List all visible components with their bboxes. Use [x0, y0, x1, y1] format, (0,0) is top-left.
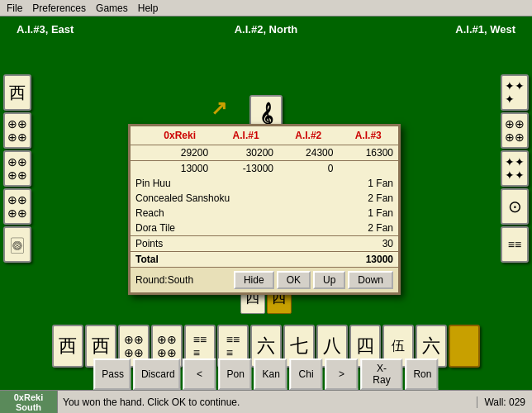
score-r2-c4 [338, 161, 398, 177]
right-tile-3: ✦✦✦✦ [501, 150, 529, 187]
score-table: 0xReki A.I.#1 A.I.#2 A.I.#3 29200 30200 … [131, 126, 398, 267]
menu-games[interactable]: Games [91, 1, 133, 16]
yaku-0-name: Pin Huu [131, 176, 338, 191]
yaku-2-name: Reach [131, 206, 338, 221]
player-east-label: A.I.#3, East [17, 23, 74, 36]
right-tile-1: ✦✦✦ [501, 74, 529, 111]
total-row: Total 13000 [131, 252, 398, 268]
total-label: Total [131, 252, 338, 268]
left-tile-1: 西 [3, 74, 31, 111]
score-r2-c3: 0 [278, 161, 338, 177]
points-value: 30 [338, 236, 398, 252]
score-r1-c2: 30200 [213, 145, 278, 161]
player-west-label: A.I.#1, West [455, 23, 515, 36]
ron-button[interactable]: Ron [405, 358, 438, 390]
status-message: You won the hand. Click OK to continue. [58, 396, 477, 408]
right-tile-4: ⊙ [501, 188, 529, 225]
player-status: 0xReki South [0, 391, 58, 414]
down-button[interactable]: Down [348, 271, 393, 289]
xray-button[interactable]: X-Ray [361, 358, 403, 390]
left-tile-5: 🀙 [3, 226, 31, 263]
col-header-1: 0xReki [146, 126, 213, 145]
score-row-1: 29200 30200 24300 16300 [131, 145, 398, 161]
yaku-3-fan: 2 Fan [338, 221, 398, 236]
yaku-row-2: Reach 1 Fan [131, 206, 398, 221]
points-label: Points [131, 236, 338, 252]
player-name: 0xReki [14, 392, 43, 402]
wall-count: Wall: 029 [477, 396, 532, 408]
left-tile-2: ⊕⊕⊕⊕ [3, 112, 31, 149]
col-header-3: A.I.#2 [278, 126, 338, 145]
status-bar: 0xReki South You won the hand. Click OK … [0, 390, 532, 413]
score-r2-c1: 13000 [146, 161, 213, 177]
score-r2-c2: -13000 [213, 161, 278, 177]
hide-button[interactable]: Hide [234, 271, 274, 289]
yaku-1-fan: 2 Fan [338, 191, 398, 206]
menu-file[interactable]: File [2, 1, 27, 16]
right-tile-5: ≡≡ [501, 226, 529, 263]
chi-button[interactable]: Chi [290, 358, 323, 390]
yaku-row-3: Dora Tile 2 Fan [131, 221, 398, 236]
round-row: Round:South Hide OK Up Down [131, 267, 398, 292]
points-row: Points 30 [131, 236, 398, 252]
game-area: A.I.#3, East A.I.#2, North A.I.#1, West … [0, 17, 532, 413]
left-tiles: 西 ⊕⊕⊕⊕ ⊕⊕⊕⊕ ⊕⊕⊕⊕ 🀙 [3, 74, 31, 263]
player-north-label: A.I.#2, North [235, 23, 298, 36]
yaku-row-1: Concealed Sanshoku 2 Fan [131, 191, 398, 206]
yaku-1-name: Concealed Sanshoku [131, 191, 338, 206]
pass-button[interactable]: Pass [93, 358, 131, 390]
kan-button[interactable]: Kan [254, 358, 287, 390]
discard-button[interactable]: Discard [133, 358, 181, 390]
yaku-row-0: Pin Huu 1 Fan [131, 176, 398, 191]
left-button[interactable]: < [183, 358, 216, 390]
score-r1-c4: 16300 [338, 145, 398, 161]
total-value: 13000 [338, 252, 398, 268]
yaku-2-fan: 1 Fan [338, 206, 398, 221]
left-tile-3: ⊕⊕⊕⊕ [3, 150, 31, 187]
yaku-3-name: Dora Tile [131, 221, 338, 236]
score-dialog: 0xReki A.I.#1 A.I.#2 A.I.#3 29200 30200 … [128, 124, 401, 295]
hand-tile-12[interactable] [449, 325, 480, 368]
right-button[interactable]: > [325, 358, 359, 390]
col-header-2: A.I.#1 [213, 126, 278, 145]
col-header-0 [131, 126, 146, 145]
player-wind: South [16, 402, 41, 412]
menu-help[interactable]: Help [133, 1, 164, 16]
action-bar: Pass Discard < Pon Kan Chi > X-Ray Ron [93, 358, 438, 390]
round-label: Round:South [135, 274, 193, 286]
hand-tile-0[interactable]: 西 [52, 325, 83, 368]
right-tiles: ✦✦✦ ⊕⊕⊕⊕ ✦✦✦✦ ⊙ ≡≡ [501, 74, 529, 263]
col-header-4: A.I.#3 [338, 126, 398, 145]
menu-bar: File Preferences Games Help [0, 0, 532, 17]
menu-preferences[interactable]: Preferences [27, 1, 91, 16]
score-r1-c1: 29200 [146, 145, 213, 161]
ok-button[interactable]: OK [277, 271, 311, 289]
pon-button[interactable]: Pon [219, 358, 252, 390]
score-r1-c3: 24300 [278, 145, 338, 161]
left-tile-4: ⊕⊕⊕⊕ [3, 188, 31, 225]
dialog-buttons: Hide OK Up Down [234, 271, 393, 289]
arrow-indicator: ↗ [211, 97, 227, 120]
right-tile-2: ⊕⊕⊕⊕ [501, 112, 529, 149]
score-row-2: 13000 -13000 0 [131, 161, 398, 177]
up-button[interactable]: Up [313, 271, 345, 289]
yaku-0-fan: 1 Fan [338, 176, 398, 191]
